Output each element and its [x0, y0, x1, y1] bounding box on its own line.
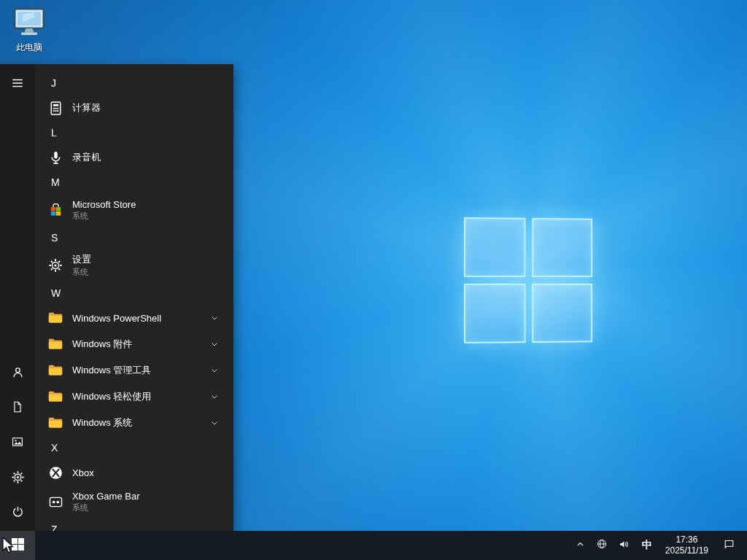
app-text: 设置 系统 — [72, 253, 91, 278]
folder-icon — [47, 414, 64, 432]
speaker-icon — [618, 538, 630, 553]
microphone-icon — [47, 149, 64, 166]
start-menu: J 计算器 L 录音机 M Microsoft Store 系统 S — [0, 64, 233, 531]
section-letter: X — [51, 442, 58, 454]
microsoft-store-icon — [47, 201, 64, 219]
windows-logo-pane — [532, 284, 592, 343]
document-icon — [11, 400, 24, 416]
chevron-up-icon — [575, 539, 586, 553]
windows-logo-pane — [464, 217, 526, 277]
wallpaper-windows-logo — [464, 217, 592, 343]
app-label: 计算器 — [72, 101, 101, 114]
app-subtitle: 系统 — [72, 267, 91, 278]
section-letter: L — [51, 127, 57, 139]
app-subtitle: 系统 — [72, 502, 140, 513]
app-item-xbox-game-bar[interactable]: Xbox Game Bar 系统 — [35, 486, 233, 518]
chevron-down-icon — [210, 419, 219, 427]
documents-button[interactable] — [0, 391, 35, 426]
chevron-down-icon — [210, 366, 219, 375]
section-letter: Z — [51, 524, 58, 531]
section-header-S[interactable]: S — [35, 226, 233, 249]
power-button[interactable] — [0, 496, 35, 531]
user-account-button[interactable] — [0, 356, 35, 391]
app-item-calculator[interactable]: 计算器 — [35, 95, 233, 121]
user-icon — [11, 365, 25, 382]
folder-item-windows-system[interactable]: Windows 系统 — [35, 410, 233, 436]
section-header-Z[interactable]: Z — [35, 518, 233, 531]
tray-overflow-button[interactable] — [572, 531, 589, 560]
section-letter: M — [51, 176, 60, 188]
section-header-W[interactable]: W — [35, 281, 233, 305]
folder-item-windows-accessories[interactable]: Windows 附件 — [35, 331, 233, 357]
desktop-icon-label: 此电脑 — [16, 42, 42, 54]
taskbar-clock[interactable]: 17:36 2025/11/19 — [661, 531, 713, 560]
app-subtitle: 系统 — [72, 211, 136, 222]
ime-label: 中 — [642, 539, 652, 552]
app-item-settings[interactable]: 设置 系统 — [35, 249, 233, 281]
folder-icon — [47, 362, 64, 379]
folder-label: Windows 轻松使用 — [72, 390, 151, 403]
taskbar: 中 17:36 2025/11/19 — [0, 531, 747, 560]
chevron-down-icon — [210, 340, 219, 349]
section-letter: J — [51, 77, 56, 89]
xbox-game-bar-icon — [47, 493, 64, 510]
start-button[interactable] — [0, 531, 35, 560]
desktop-icon-this-pc[interactable]: 此电脑 — [4, 7, 54, 54]
section-header-J[interactable]: J — [35, 71, 233, 95]
clock-time: 17:36 — [676, 534, 697, 545]
section-header-L[interactable]: L — [35, 121, 233, 144]
section-header-X[interactable]: X — [35, 436, 233, 459]
rail-bottom-group — [0, 356, 35, 531]
folder-item-windows-powershell[interactable]: Windows PowerShell — [35, 305, 233, 331]
folder-item-windows-admin-tools[interactable]: Windows 管理工具 — [35, 357, 233, 384]
chevron-down-icon — [210, 392, 219, 401]
app-label: 设置 — [72, 253, 91, 266]
start-menu-rail — [0, 64, 35, 531]
windows-logo-pane — [532, 218, 592, 277]
app-label: Xbox Game Bar — [72, 491, 140, 502]
network-button[interactable] — [593, 531, 611, 560]
gear-icon — [47, 257, 64, 274]
chevron-down-icon — [210, 314, 219, 322]
ime-indicator[interactable]: 中 — [638, 531, 657, 560]
folder-label: Windows PowerShell — [72, 313, 161, 324]
folder-icon — [47, 388, 64, 405]
expand-menu-button[interactable] — [0, 67, 35, 102]
app-label: Xbox — [72, 467, 94, 478]
app-item-voice-recorder[interactable]: 录音机 — [35, 144, 233, 171]
folder-icon — [47, 335, 64, 353]
app-label: 录音机 — [72, 151, 101, 164]
app-item-xbox[interactable]: Xbox — [35, 459, 233, 486]
folder-label: Windows 附件 — [72, 338, 132, 351]
folder-label: Windows 系统 — [72, 416, 132, 429]
folder-label: Windows 管理工具 — [72, 364, 151, 377]
volume-button[interactable] — [615, 531, 633, 560]
section-letter: S — [51, 232, 58, 244]
app-text: Microsoft Store 系统 — [72, 199, 136, 222]
windows-logo-pane — [464, 284, 526, 343]
app-text: Xbox Game Bar 系统 — [72, 491, 140, 513]
action-center-button[interactable] — [717, 531, 741, 560]
folder-icon — [47, 309, 64, 327]
settings-button[interactable] — [0, 461, 35, 496]
this-pc-icon — [12, 7, 46, 39]
system-tray: 中 17:36 2025/11/19 — [572, 531, 747, 560]
clock-date: 2025/11/19 — [665, 545, 708, 556]
gear-icon — [11, 470, 25, 487]
windows-logo-icon — [12, 538, 24, 553]
calculator-icon — [47, 99, 64, 117]
hamburger-icon — [11, 77, 24, 93]
pictures-icon — [11, 435, 24, 451]
start-menu-app-list: J 计算器 L 录音机 M Microsoft Store 系统 S — [35, 64, 233, 531]
power-icon — [11, 505, 25, 522]
action-center-icon — [723, 538, 735, 553]
app-label: Microsoft Store — [72, 199, 136, 210]
app-item-microsoft-store[interactable]: Microsoft Store 系统 — [35, 194, 233, 226]
network-globe-icon — [596, 538, 608, 553]
section-header-M[interactable]: M — [35, 171, 233, 194]
xbox-icon — [47, 464, 64, 481]
folder-item-windows-ease-of-access[interactable]: Windows 轻松使用 — [35, 384, 233, 410]
section-letter: W — [51, 287, 61, 299]
pictures-button[interactable] — [0, 426, 35, 461]
